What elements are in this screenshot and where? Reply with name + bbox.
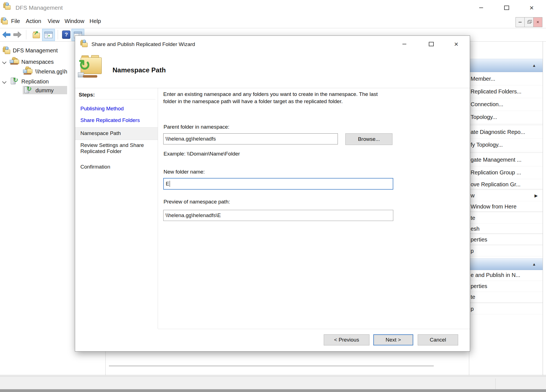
wizard-maximize-button[interactable] bbox=[425, 39, 438, 49]
new-folder-value: E bbox=[166, 181, 169, 187]
submenu-arrow-icon: ▶ bbox=[534, 193, 538, 198]
action-view[interactable]: w▶ bbox=[470, 190, 543, 201]
console-window-icon bbox=[44, 32, 53, 38]
actions-separator bbox=[470, 233, 543, 234]
action-help-2[interactable]: p bbox=[470, 304, 543, 314]
menu-action[interactable]: Action bbox=[26, 18, 41, 24]
collapse-arrow-icon[interactable]: ▲ bbox=[532, 262, 536, 266]
action-label: Window from Here bbox=[471, 203, 517, 210]
action-label: e and Publish in N... bbox=[471, 272, 520, 278]
back-button[interactable] bbox=[2, 31, 11, 39]
tree-item-dummy[interactable]: ↻ dummy bbox=[24, 86, 54, 94]
cancel-button[interactable]: Cancel bbox=[418, 334, 458, 345]
pane-divider[interactable] bbox=[105, 352, 106, 375]
action-label: ove Replication Gr... bbox=[471, 181, 521, 188]
wizard-minimize-button[interactable] bbox=[398, 39, 411, 49]
menu-file[interactable]: File bbox=[11, 18, 20, 24]
steps-separator bbox=[77, 99, 155, 100]
mdi-minimize-button[interactable] bbox=[516, 17, 525, 27]
minimize-icon bbox=[479, 7, 483, 8]
preview-path-value: \\helena.gg\helenadfs\E bbox=[165, 212, 221, 218]
action-new-connection[interactable]: Connection... bbox=[470, 98, 543, 111]
action-new-member[interactable]: Member... bbox=[470, 73, 543, 85]
action-create-diagnostic-report[interactable]: ate Diagnostic Repo... bbox=[470, 126, 543, 139]
menu-window[interactable]: Window bbox=[65, 18, 84, 24]
action-label: Connection... bbox=[471, 101, 503, 108]
step-publishing-method[interactable]: Publishing Method bbox=[80, 106, 150, 112]
wizard-page-title: Namespace Path bbox=[113, 66, 166, 74]
action-properties-2[interactable]: perties bbox=[470, 281, 543, 292]
step-share-replicated-folders[interactable]: Share Replicated Folders bbox=[80, 117, 150, 123]
action-new-window-from-here[interactable]: Window from Here bbox=[470, 201, 543, 212]
dfs-management-window: DFS Management × File Action View Window… bbox=[0, 0, 546, 392]
steps-heading: Steps: bbox=[79, 92, 95, 98]
text-caret bbox=[170, 181, 170, 187]
chevron-down-icon[interactable] bbox=[2, 60, 7, 64]
action-share-and-publish[interactable]: e and Publish in N... bbox=[470, 270, 543, 281]
action-delete-2[interactable]: te bbox=[470, 292, 543, 302]
window-bottom-edge bbox=[0, 389, 546, 392]
new-folder-input[interactable]: E bbox=[163, 178, 393, 190]
action-label: p bbox=[471, 248, 474, 254]
mdi-restore-button[interactable] bbox=[525, 17, 534, 27]
mdi-window-controls: × bbox=[516, 17, 542, 27]
parent-folder-input[interactable]: \\helena.gg\helenadfs bbox=[163, 133, 338, 144]
actions-section-header[interactable]: ▲ bbox=[470, 59, 543, 72]
action-label: p bbox=[471, 306, 474, 312]
replication-group-icon: ↻ bbox=[24, 86, 35, 94]
tree-item-dfs-management[interactable]: DFS Management bbox=[2, 47, 58, 54]
export-list-button[interactable]: ↗ bbox=[32, 31, 41, 39]
forward-button[interactable] bbox=[13, 31, 22, 39]
sync-arrows-icon: ↻ bbox=[27, 85, 32, 93]
maximize-button[interactable] bbox=[501, 3, 512, 12]
menu-bar: File Action View Window Help × bbox=[0, 16, 546, 28]
tree-item-namespaces[interactable]: Namespaces bbox=[3, 58, 54, 66]
minimize-icon bbox=[402, 44, 406, 44]
minimize-icon bbox=[519, 22, 522, 22]
close-icon: × bbox=[537, 19, 539, 25]
actions-subsection-header[interactable]: ▲ bbox=[470, 258, 543, 270]
action-refresh[interactable]: esh bbox=[470, 224, 543, 234]
action-delete[interactable]: te bbox=[470, 213, 543, 224]
minimize-button[interactable] bbox=[476, 3, 487, 12]
toolbar-separator bbox=[58, 30, 58, 39]
tree-item-replication[interactable]: ↻ Replication bbox=[3, 78, 49, 85]
action-help[interactable]: p bbox=[470, 246, 543, 256]
close-icon: × bbox=[529, 4, 534, 11]
parent-folder-value: \\helena.gg\helenadfs bbox=[165, 136, 216, 142]
browse-button[interactable]: Browse... bbox=[345, 133, 392, 145]
action-replication-group[interactable]: Replication Group ... bbox=[470, 166, 543, 179]
show-console-tree-button[interactable] bbox=[42, 29, 55, 41]
collapse-arrow-icon[interactable]: ▲ bbox=[532, 63, 536, 68]
previous-button[interactable]: < Previous bbox=[324, 334, 369, 345]
help-button[interactable]: ? bbox=[62, 30, 70, 39]
chevron-down-icon[interactable] bbox=[2, 79, 7, 84]
action-remove-replication-group[interactable]: ove Replication Gr... bbox=[470, 179, 543, 190]
namespace-icon bbox=[23, 67, 35, 76]
buttons-separator bbox=[158, 329, 470, 329]
tree-label: \\helena.gg\h bbox=[35, 68, 67, 75]
tree-item-namespace-path[interactable]: \\helena.gg\h bbox=[23, 67, 67, 76]
wizard-close-button[interactable]: × bbox=[450, 39, 463, 49]
action-new-topology[interactable]: Topology... bbox=[470, 111, 543, 124]
toolbar-separator bbox=[26, 30, 26, 39]
next-button[interactable]: Next > bbox=[373, 334, 413, 345]
action-delegate-management[interactable]: gate Management ... bbox=[470, 154, 543, 166]
action-label: w bbox=[471, 192, 474, 199]
actions-separator bbox=[470, 125, 543, 125]
restore-icon bbox=[527, 21, 531, 24]
step-confirmation: Confirmation bbox=[80, 164, 150, 170]
close-button[interactable]: × bbox=[526, 3, 537, 12]
green-arrow-icon: ↗ bbox=[34, 29, 39, 36]
menu-help[interactable]: Help bbox=[90, 18, 101, 24]
menu-view[interactable]: View bbox=[48, 18, 60, 24]
action-label: Member... bbox=[471, 76, 495, 82]
preview-path-input[interactable]: \\helena.gg\helenadfs\E bbox=[163, 210, 393, 221]
action-verify-topology[interactable]: fy Topology... bbox=[470, 139, 543, 151]
action-label: esh bbox=[471, 226, 479, 232]
action-new-replicated-folders[interactable]: Replicated Folders... bbox=[470, 85, 543, 98]
mdi-close-button[interactable]: × bbox=[534, 17, 542, 27]
action-properties[interactable]: perties bbox=[470, 235, 543, 245]
replication-icon: ↻ bbox=[10, 78, 21, 85]
dfs-management-icon bbox=[2, 47, 13, 54]
